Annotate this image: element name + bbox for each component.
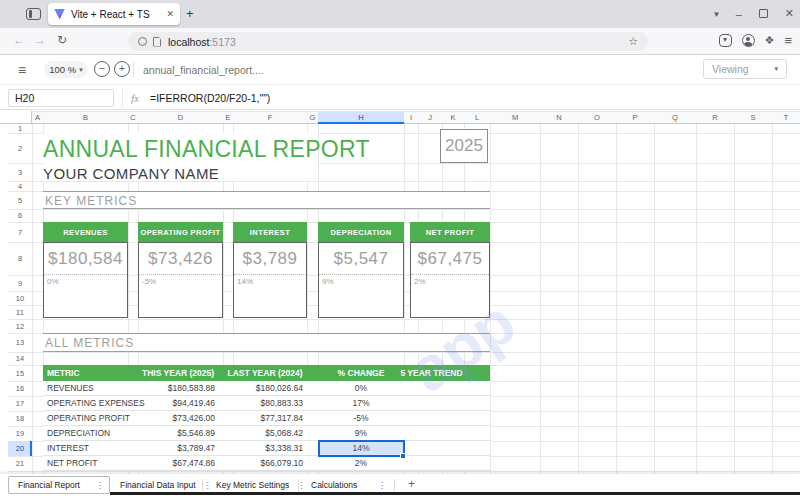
document-filename[interactable]: annual_financial_report.... — [143, 64, 264, 76]
header-metric: METRIC — [47, 365, 80, 381]
table-row[interactable]: DEPRECIATION $5,546.89 $5,068.42 9% — [43, 426, 490, 441]
pocket-icon[interactable]: ▾ — [719, 34, 732, 47]
row-header-4[interactable]: 4 — [8, 181, 32, 191]
column-header-t[interactable]: T — [772, 112, 800, 124]
column-header-c[interactable]: C — [128, 112, 138, 124]
page-info-icon[interactable] — [153, 37, 161, 47]
table-row[interactable]: OPERATING PROFIT $73,426.00 $77,317.84 -… — [43, 411, 490, 426]
column-header-r[interactable]: R — [696, 112, 734, 124]
browser-menu-icon[interactable]: ≡ — [784, 33, 792, 48]
row-header-7[interactable]: 7 — [8, 222, 32, 242]
app-menu-icon[interactable]: ≡ — [18, 62, 26, 78]
spreadsheet-grid[interactable]: A B C D E F G H I J K L M N O P Q R S T — [0, 110, 800, 474]
column-header-n[interactable]: N — [540, 112, 578, 124]
minimize-icon[interactable]: – — [736, 8, 742, 20]
row-header-1[interactable]: 1 — [8, 124, 32, 133]
column-header-e[interactable]: E — [223, 112, 233, 124]
column-header-j[interactable]: J — [418, 112, 442, 124]
column-header-a[interactable]: A — [32, 112, 43, 124]
mode-label: Viewing — [712, 63, 749, 75]
cell-change: 9% — [318, 426, 404, 441]
selected-cell-h20[interactable] — [318, 440, 405, 457]
row-header-15[interactable]: 15 — [8, 365, 32, 381]
column-header-b[interactable]: B — [43, 112, 128, 124]
sheet-tab-financial-report[interactable]: Financial Report ⋮ — [8, 476, 110, 494]
tab-menu-icon[interactable]: ⋮ — [370, 481, 386, 490]
column-header-i[interactable]: I — [404, 112, 418, 124]
gridline-v — [734, 124, 735, 474]
zoom-out-button[interactable]: − — [94, 61, 110, 77]
add-sheet-button[interactable]: + — [408, 477, 415, 491]
back-icon[interactable]: ← — [13, 33, 25, 47]
card-header: OPERATING PROFIT — [138, 222, 223, 242]
card-value: $3,789 — [234, 243, 306, 274]
site-permissions-icon[interactable] — [138, 37, 147, 46]
column-header-s[interactable]: S — [734, 112, 772, 124]
row-header-2[interactable]: 2 — [8, 133, 32, 163]
extensions-icon[interactable]: ❖ — [765, 34, 775, 47]
row-header-3[interactable]: 3 — [8, 163, 32, 181]
row-header-16[interactable]: 16 — [8, 381, 32, 396]
column-header-q[interactable]: Q — [654, 112, 696, 124]
row-header-10[interactable]: 10 — [8, 291, 32, 305]
report-year-cell[interactable]: 2025 — [440, 129, 488, 163]
sheet-tab-label: Key Metric Settings — [216, 480, 289, 490]
row-header-20[interactable]: 20 — [8, 441, 32, 456]
table-row[interactable]: NET PROFIT $67,474.86 $66,079.10 2% — [43, 456, 490, 471]
column-header-g[interactable]: G — [307, 112, 318, 124]
column-header-o[interactable]: O — [578, 112, 616, 124]
grid-corner[interactable] — [0, 111, 32, 124]
column-header-f[interactable]: F — [233, 112, 307, 124]
tab-menu-icon[interactable]: ⋮ — [196, 481, 212, 490]
zoom-in-button[interactable]: + — [114, 61, 130, 77]
formula-bar: H20 fx =IFERROR(D20/F20-1,"") — [0, 84, 800, 110]
zoom-dropdown[interactable]: 100 % ▾ — [44, 61, 88, 78]
account-icon[interactable] — [742, 34, 755, 47]
new-tab-button[interactable]: + — [186, 6, 194, 21]
column-header-d[interactable]: D — [138, 112, 223, 124]
forward-icon[interactable]: → — [34, 33, 46, 47]
formula-input[interactable]: =IFERROR(D20/F20-1,"") — [150, 92, 270, 104]
table-row[interactable]: INTEREST $3,789.47 $3,338.31 14% — [43, 441, 490, 456]
card-change: -5% — [139, 274, 222, 286]
card-value: $180,584 — [44, 243, 127, 274]
mode-dropdown[interactable]: Viewing ▾ — [703, 59, 787, 79]
cell-reference-box[interactable]: H20 — [8, 89, 114, 107]
list-tabs-icon[interactable]: ▾ — [714, 9, 719, 19]
row-header-18[interactable]: 18 — [8, 411, 32, 426]
row-header-17[interactable]: 17 — [8, 396, 32, 411]
vite-favicon-icon — [54, 9, 65, 20]
column-header-p[interactable]: P — [616, 112, 654, 124]
column-header-m[interactable]: M — [490, 112, 540, 124]
firefox-view-icon[interactable] — [26, 8, 41, 20]
chevron-down-icon: ▾ — [79, 66, 83, 74]
window-close-icon[interactable]: ✕ — [785, 7, 794, 20]
row-header-5[interactable]: 5 — [8, 191, 32, 209]
tab-close-icon[interactable]: ✕ — [166, 9, 174, 19]
tab-menu-icon[interactable]: ⋮ — [88, 481, 104, 490]
reload-icon[interactable]: ↻ — [57, 33, 67, 47]
row-header-21[interactable]: 21 — [8, 456, 32, 471]
url-bar[interactable]: localhost :5173 ☆ — [128, 32, 648, 51]
row-header-13[interactable]: 13 — [8, 333, 32, 352]
row-header-6[interactable]: 6 — [8, 209, 32, 222]
fill-handle[interactable] — [400, 453, 406, 459]
row-header-12[interactable]: 12 — [8, 319, 32, 333]
row-header-19[interactable]: 19 — [8, 426, 32, 441]
table-row[interactable]: OPERATING EXPENSES $94,419.46 $80,883.33… — [43, 396, 490, 411]
row-header-9[interactable]: 9 — [8, 275, 32, 291]
table-row[interactable]: REVENUES $180,583.88 $180,026.64 0% — [43, 381, 490, 396]
column-header-l[interactable]: L — [464, 112, 490, 124]
browser-tab[interactable]: Vite + React + TS ✕ — [48, 3, 180, 25]
cell-last-year: $66,079.10 — [161, 456, 303, 471]
card-label: INTEREST — [250, 228, 290, 237]
maximize-icon[interactable] — [759, 9, 768, 18]
cell-last-year: $77,317.84 — [161, 411, 303, 426]
row-header-14[interactable]: 14 — [8, 352, 32, 365]
sheet-tab-label: Financial Report — [18, 480, 80, 490]
row-header-11[interactable]: 11 — [8, 305, 32, 319]
column-header-k[interactable]: K — [442, 112, 464, 124]
bookmark-star-icon[interactable]: ☆ — [628, 35, 638, 48]
metric-card-revenues: REVENUES $180,584 0% — [43, 222, 128, 318]
row-header-8[interactable]: 8 — [8, 242, 32, 275]
